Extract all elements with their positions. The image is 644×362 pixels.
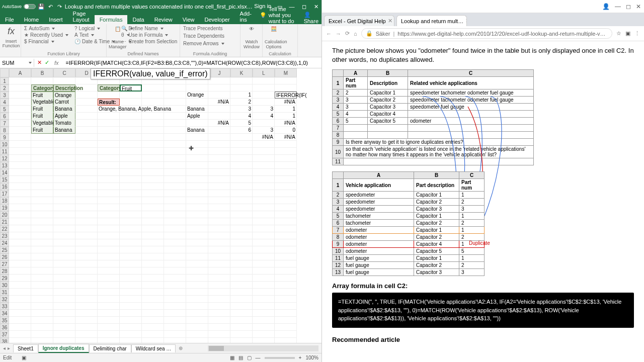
cell[interactable] — [9, 289, 31, 296]
cell[interactable] — [9, 106, 31, 113]
cell[interactable] — [31, 296, 53, 303]
cell[interactable]: #N/A — [253, 134, 275, 141]
cell[interactable] — [120, 162, 142, 169]
cell[interactable] — [164, 303, 186, 310]
cell[interactable] — [253, 338, 275, 343]
cell[interactable] — [53, 275, 75, 282]
cell[interactable]: Fruit — [31, 113, 53, 120]
cell[interactable] — [208, 113, 230, 120]
cell[interactable] — [275, 77, 297, 84]
cell[interactable] — [9, 176, 31, 183]
cell[interactable] — [75, 310, 98, 317]
cell[interactable] — [120, 289, 142, 296]
cell[interactable] — [142, 232, 164, 239]
cell[interactable] — [142, 169, 164, 176]
cell[interactable] — [98, 239, 120, 246]
cell[interactable] — [208, 169, 230, 176]
cell[interactable] — [98, 331, 120, 338]
close-icon[interactable]: ✕ — [312, 3, 319, 10]
cell[interactable] — [275, 253, 297, 260]
cell[interactable] — [53, 176, 75, 183]
view-break-icon[interactable]: ▢ — [247, 355, 252, 360]
cell[interactable] — [230, 169, 253, 176]
cell[interactable] — [186, 232, 208, 239]
cell[interactable] — [230, 310, 253, 317]
cell[interactable]: Orange — [186, 92, 208, 99]
cell[interactable] — [186, 331, 208, 338]
cell[interactable] — [230, 176, 253, 183]
cell[interactable]: 2 — [230, 99, 253, 106]
cell[interactable] — [9, 92, 31, 99]
cell[interactable] — [9, 127, 31, 134]
cell[interactable] — [75, 324, 98, 331]
cell[interactable] — [142, 92, 164, 99]
cancel-formula-icon[interactable]: ✕ — [37, 59, 42, 66]
cell[interactable] — [75, 246, 98, 253]
cell[interactable] — [253, 289, 275, 296]
cell[interactable] — [208, 324, 230, 331]
cell[interactable] — [186, 310, 208, 317]
cell[interactable] — [164, 183, 186, 190]
cell[interactable] — [98, 211, 120, 218]
cell[interactable] — [208, 77, 230, 84]
cell[interactable] — [31, 218, 53, 225]
cell[interactable] — [120, 239, 142, 246]
cell[interactable] — [9, 282, 31, 289]
cell[interactable] — [230, 218, 253, 225]
cell[interactable] — [142, 331, 164, 338]
cell[interactable] — [142, 162, 164, 169]
cell[interactable] — [164, 324, 186, 331]
cell[interactable] — [164, 106, 186, 113]
cell[interactable] — [164, 134, 186, 141]
cell[interactable] — [75, 183, 98, 190]
cell[interactable] — [208, 260, 230, 267]
cell[interactable]: 6 — [230, 127, 253, 134]
cell[interactable] — [98, 120, 120, 127]
sheet-nav-last-icon[interactable]: ▸ — [8, 345, 10, 351]
cell[interactable] — [275, 204, 297, 211]
cell[interactable] — [9, 331, 31, 338]
cell[interactable] — [120, 303, 142, 310]
cell[interactable] — [208, 106, 230, 113]
cell[interactable] — [75, 162, 98, 169]
cell[interactable] — [31, 197, 53, 204]
cell[interactable] — [75, 282, 98, 289]
cell[interactable] — [31, 141, 53, 148]
redo-icon[interactable]: ↷ — [56, 3, 63, 10]
cell[interactable] — [75, 218, 98, 225]
cell[interactable] — [253, 324, 275, 331]
cell[interactable] — [275, 211, 297, 218]
cell[interactable] — [9, 162, 31, 169]
cell[interactable] — [230, 246, 253, 253]
cell[interactable] — [164, 84, 186, 92]
cell[interactable] — [186, 296, 208, 303]
cell[interactable] — [120, 211, 142, 218]
cell[interactable] — [186, 211, 208, 218]
tab-addins[interactable]: Add-ins — [235, 9, 257, 24]
cell[interactable] — [186, 190, 208, 197]
cell[interactable] — [53, 162, 75, 169]
tab-formulas[interactable]: Formulas — [95, 15, 128, 24]
cell[interactable] — [75, 190, 98, 197]
cell[interactable] — [120, 169, 142, 176]
cell[interactable] — [31, 267, 53, 275]
cell[interactable] — [53, 282, 75, 289]
cell[interactable] — [275, 289, 297, 296]
close-tab-icon[interactable]: ✕ — [465, 18, 467, 24]
cell[interactable] — [9, 204, 31, 211]
cell[interactable] — [186, 317, 208, 324]
cell[interactable] — [98, 338, 120, 343]
cell[interactable] — [275, 338, 297, 343]
cell[interactable] — [120, 120, 142, 127]
cell[interactable] — [230, 331, 253, 338]
cell[interactable] — [75, 148, 98, 155]
cell[interactable] — [275, 282, 297, 289]
cell[interactable] — [230, 267, 253, 275]
cell[interactable] — [164, 317, 186, 324]
cell[interactable] — [142, 197, 164, 204]
cell[interactable]: Orange, Banana, Apple, Banana — [98, 106, 120, 113]
cell[interactable] — [186, 246, 208, 253]
cell[interactable] — [142, 190, 164, 197]
cell[interactable] — [164, 141, 186, 148]
cell[interactable] — [230, 232, 253, 239]
